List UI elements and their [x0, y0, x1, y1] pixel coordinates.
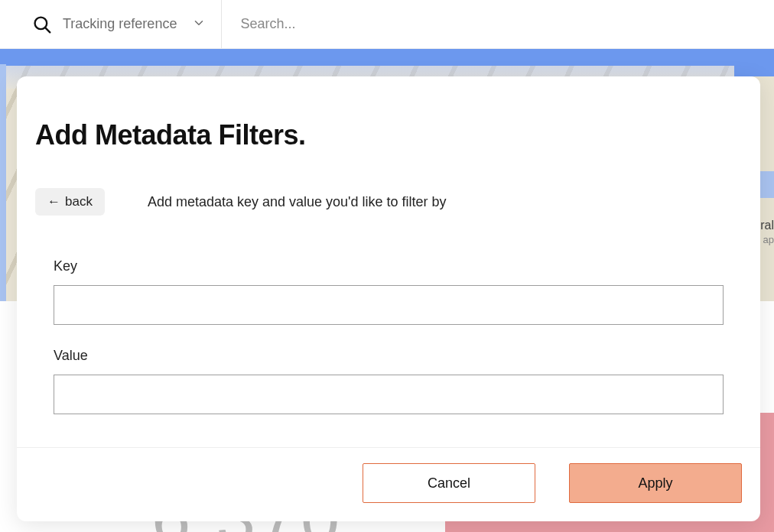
- back-button[interactable]: ← back: [35, 188, 105, 216]
- key-input[interactable]: [54, 285, 724, 325]
- cancel-button[interactable]: Cancel: [363, 463, 535, 503]
- modal-subheader: ← back Add metadata key and value you'd …: [35, 188, 742, 216]
- search-input[interactable]: [240, 16, 774, 32]
- modal-title: Add Metadata Filters.: [35, 119, 742, 151]
- search-scope-label: Tracking reference: [63, 16, 177, 32]
- metadata-filters-modal: Add Metadata Filters. ← back Add metadat…: [17, 76, 760, 521]
- back-label: back: [65, 194, 93, 209]
- search-icon: [32, 15, 52, 34]
- search-area: [222, 16, 774, 32]
- svg-line-1: [45, 28, 50, 32]
- arrow-left-icon: ←: [47, 194, 60, 209]
- map-partial-label: ap: [763, 234, 774, 245]
- key-label: Key: [54, 258, 724, 274]
- map-decor: [0, 64, 6, 301]
- chevron-down-icon: [192, 16, 206, 33]
- value-input[interactable]: [54, 375, 724, 414]
- value-label: Value: [54, 348, 724, 364]
- map-partial-label: ral: [760, 219, 774, 232]
- modal-body: Add Metadata Filters. ← back Add metadat…: [17, 76, 760, 447]
- modal-instruction: Add metadata key and value you'd like to…: [148, 194, 447, 210]
- apply-button[interactable]: Apply: [569, 463, 742, 503]
- top-bar: Tracking reference: [0, 0, 774, 49]
- value-row: Value: [54, 348, 724, 414]
- filter-form: Key Value: [35, 216, 742, 414]
- key-row: Key: [54, 258, 724, 325]
- search-scope-dropdown[interactable]: Tracking reference: [0, 0, 222, 48]
- modal-footer: Cancel Apply: [17, 447, 760, 521]
